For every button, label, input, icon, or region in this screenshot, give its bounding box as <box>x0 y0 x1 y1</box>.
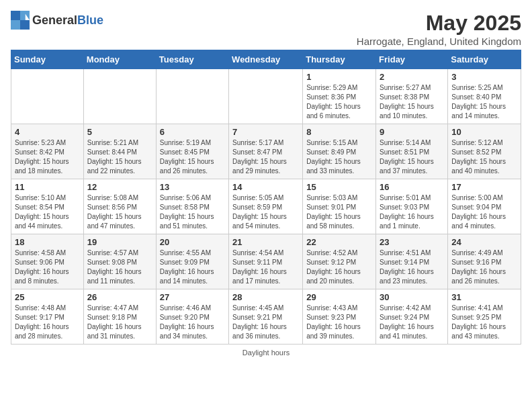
calendar-week-row: 25Sunrise: 4:48 AM Sunset: 9:17 PM Dayli… <box>11 289 521 345</box>
calendar-table: SundayMondayTuesdayWednesdayThursdayFrid… <box>11 50 521 345</box>
calendar-cell: 16Sunrise: 5:01 AM Sunset: 9:03 PM Dayli… <box>376 179 448 234</box>
day-number: 2 <box>380 72 444 82</box>
day-number: 21 <box>232 237 299 247</box>
day-number: 4 <box>15 127 80 137</box>
calendar-cell: 14Sunrise: 5:05 AM Sunset: 8:59 PM Dayli… <box>229 179 303 234</box>
day-number: 1 <box>306 72 372 82</box>
weekday-header-wednesday: Wednesday <box>229 50 303 69</box>
day-info: Sunrise: 5:08 AM Sunset: 8:56 PM Dayligh… <box>87 193 152 231</box>
calendar-cell: 1Sunrise: 5:29 AM Sunset: 8:36 PM Daylig… <box>303 69 376 124</box>
day-number: 5 <box>87 127 152 137</box>
day-info: Sunrise: 4:52 AM Sunset: 9:12 PM Dayligh… <box>306 248 372 286</box>
day-info: Sunrise: 4:55 AM Sunset: 9:09 PM Dayligh… <box>160 248 225 286</box>
day-info: Sunrise: 4:49 AM Sunset: 9:16 PM Dayligh… <box>451 248 517 286</box>
day-number: 10 <box>451 127 517 137</box>
day-number: 16 <box>380 182 444 192</box>
day-number: 8 <box>306 127 372 137</box>
calendar-cell: 19Sunrise: 4:57 AM Sunset: 9:08 PM Dayli… <box>83 234 156 289</box>
day-number: 11 <box>15 182 80 192</box>
day-info: Sunrise: 5:10 AM Sunset: 8:54 PM Dayligh… <box>15 193 80 231</box>
calendar-cell: 9Sunrise: 5:14 AM Sunset: 8:51 PM Daylig… <box>376 124 448 179</box>
logo-blue-text: Blue <box>77 13 103 27</box>
weekday-header-sunday: Sunday <box>11 50 84 69</box>
day-number: 17 <box>451 182 517 192</box>
day-info: Sunrise: 5:21 AM Sunset: 8:44 PM Dayligh… <box>87 138 152 176</box>
location-title: Harrogate, England, United Kingdom <box>357 36 521 47</box>
calendar-week-row: 11Sunrise: 5:10 AM Sunset: 8:54 PM Dayli… <box>11 179 521 234</box>
calendar-cell <box>11 69 84 124</box>
day-info: Sunrise: 5:29 AM Sunset: 8:36 PM Dayligh… <box>306 83 372 121</box>
calendar-week-row: 4Sunrise: 5:23 AM Sunset: 8:42 PM Daylig… <box>11 124 521 179</box>
calendar-cell: 20Sunrise: 4:55 AM Sunset: 9:09 PM Dayli… <box>156 234 228 289</box>
calendar-cell: 23Sunrise: 4:51 AM Sunset: 9:14 PM Dayli… <box>376 234 448 289</box>
day-info: Sunrise: 4:54 AM Sunset: 9:11 PM Dayligh… <box>232 248 299 286</box>
calendar-cell: 7Sunrise: 5:17 AM Sunset: 8:47 PM Daylig… <box>229 124 303 179</box>
day-info: Sunrise: 5:19 AM Sunset: 8:45 PM Dayligh… <box>160 138 225 176</box>
calendar-cell: 27Sunrise: 4:46 AM Sunset: 9:20 PM Dayli… <box>156 289 228 345</box>
day-info: Sunrise: 4:42 AM Sunset: 9:24 PM Dayligh… <box>380 304 444 341</box>
weekday-header-saturday: Saturday <box>448 50 521 69</box>
calendar-cell: 17Sunrise: 5:00 AM Sunset: 9:04 PM Dayli… <box>448 179 521 234</box>
calendar-cell: 18Sunrise: 4:58 AM Sunset: 9:06 PM Dayli… <box>11 234 84 289</box>
calendar-cell: 10Sunrise: 5:12 AM Sunset: 8:52 PM Dayli… <box>448 124 521 179</box>
calendar-cell: 31Sunrise: 4:41 AM Sunset: 9:25 PM Dayli… <box>448 289 521 345</box>
day-number: 7 <box>232 127 299 137</box>
svg-rect-0 <box>11 11 20 20</box>
page-header: GeneralBlue May 2025 Harrogate, England,… <box>11 11 521 47</box>
day-number: 13 <box>160 182 225 192</box>
calendar-cell: 6Sunrise: 5:19 AM Sunset: 8:45 PM Daylig… <box>156 124 228 179</box>
logo-general-text: General <box>32 13 77 27</box>
calendar-cell: 28Sunrise: 4:45 AM Sunset: 9:21 PM Dayli… <box>229 289 303 345</box>
day-info: Sunrise: 5:17 AM Sunset: 8:47 PM Dayligh… <box>232 138 299 176</box>
calendar-cell: 29Sunrise: 4:43 AM Sunset: 9:23 PM Dayli… <box>303 289 376 345</box>
day-number: 24 <box>451 237 517 247</box>
daylight-hours-label: Daylight hours <box>242 349 290 357</box>
weekday-header-thursday: Thursday <box>303 50 376 69</box>
day-number: 9 <box>380 127 444 137</box>
day-info: Sunrise: 4:48 AM Sunset: 9:17 PM Dayligh… <box>15 304 80 341</box>
svg-rect-3 <box>20 20 30 30</box>
calendar-cell <box>229 69 303 124</box>
day-info: Sunrise: 5:00 AM Sunset: 9:04 PM Dayligh… <box>451 193 517 231</box>
calendar-cell: 22Sunrise: 4:52 AM Sunset: 9:12 PM Dayli… <box>303 234 376 289</box>
day-number: 25 <box>15 292 80 302</box>
calendar-cell <box>83 69 156 124</box>
weekday-header-row: SundayMondayTuesdayWednesdayThursdayFrid… <box>11 50 521 69</box>
day-number: 14 <box>232 182 299 192</box>
day-number: 18 <box>15 237 80 247</box>
day-number: 3 <box>451 72 517 82</box>
month-title: May 2025 <box>357 11 521 36</box>
calendar-cell: 2Sunrise: 5:27 AM Sunset: 8:38 PM Daylig… <box>376 69 448 124</box>
calendar-cell: 15Sunrise: 5:03 AM Sunset: 9:01 PM Dayli… <box>303 179 376 234</box>
day-number: 28 <box>232 292 299 302</box>
calendar-cell: 5Sunrise: 5:21 AM Sunset: 8:44 PM Daylig… <box>83 124 156 179</box>
day-info: Sunrise: 4:46 AM Sunset: 9:20 PM Dayligh… <box>160 304 225 341</box>
day-info: Sunrise: 5:12 AM Sunset: 8:52 PM Dayligh… <box>451 138 517 176</box>
calendar-cell: 25Sunrise: 4:48 AM Sunset: 9:17 PM Dayli… <box>11 289 84 345</box>
day-info: Sunrise: 5:23 AM Sunset: 8:42 PM Dayligh… <box>15 138 80 176</box>
day-number: 6 <box>160 127 225 137</box>
calendar-cell: 24Sunrise: 4:49 AM Sunset: 9:16 PM Dayli… <box>448 234 521 289</box>
calendar-cell: 3Sunrise: 5:25 AM Sunset: 8:40 PM Daylig… <box>448 69 521 124</box>
calendar-cell: 13Sunrise: 5:06 AM Sunset: 8:58 PM Dayli… <box>156 179 228 234</box>
calendar-cell: 12Sunrise: 5:08 AM Sunset: 8:56 PM Dayli… <box>83 179 156 234</box>
calendar-week-row: 18Sunrise: 4:58 AM Sunset: 9:06 PM Dayli… <box>11 234 521 289</box>
calendar-cell <box>156 69 228 124</box>
day-info: Sunrise: 5:15 AM Sunset: 8:49 PM Dayligh… <box>306 138 372 176</box>
day-number: 26 <box>87 292 152 302</box>
calendar-cell: 11Sunrise: 5:10 AM Sunset: 8:54 PM Dayli… <box>11 179 84 234</box>
day-number: 27 <box>160 292 225 302</box>
calendar-cell: 26Sunrise: 4:47 AM Sunset: 9:18 PM Dayli… <box>83 289 156 345</box>
day-info: Sunrise: 4:57 AM Sunset: 9:08 PM Dayligh… <box>87 248 152 286</box>
day-number: 20 <box>160 237 225 247</box>
calendar-cell: 30Sunrise: 4:42 AM Sunset: 9:24 PM Dayli… <box>376 289 448 345</box>
day-info: Sunrise: 4:41 AM Sunset: 9:25 PM Dayligh… <box>451 304 517 341</box>
day-info: Sunrise: 4:45 AM Sunset: 9:21 PM Dayligh… <box>232 304 299 341</box>
calendar-footer: Daylight hours <box>11 349 521 357</box>
logo-icon <box>11 11 30 30</box>
day-info: Sunrise: 5:14 AM Sunset: 8:51 PM Dayligh… <box>380 138 444 176</box>
day-number: 15 <box>306 182 372 192</box>
day-number: 29 <box>306 292 372 302</box>
day-number: 23 <box>380 237 444 247</box>
day-info: Sunrise: 5:27 AM Sunset: 8:38 PM Dayligh… <box>380 83 444 121</box>
